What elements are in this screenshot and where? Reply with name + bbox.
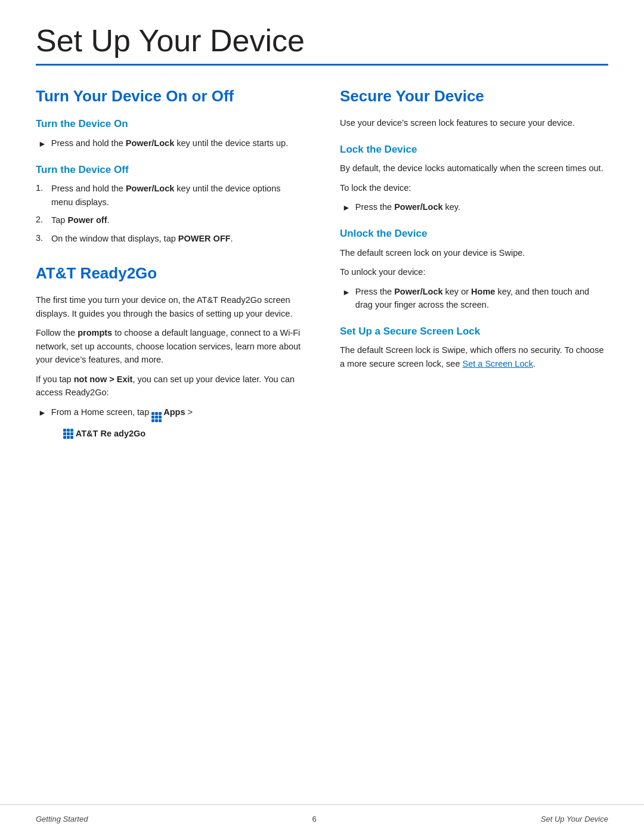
turn-off-steps: 1. Press and hold the Power/Lock key unt…: [36, 182, 304, 245]
att-ready2go-para1: The first time you turn your device on, …: [36, 293, 304, 320]
apps-grid-icon: [151, 412, 162, 422]
footer-right-text: Set Up Your Device: [541, 813, 608, 825]
section-heading-secure-device: Secure Your Device: [340, 87, 608, 106]
section-heading-att-ready2go: AT&T Ready2Go: [36, 264, 304, 283]
turn-off-step-2: 2. Tap Power off.: [36, 213, 304, 227]
secure-device-intro: Use your device’s screen lock features t…: [340, 116, 608, 129]
home-bold-unlock: Home: [471, 287, 495, 296]
att-ready2go-section: AT&T Ready2Go The first time you turn yo…: [36, 264, 304, 440]
turn-off-step-2-text: Tap Power off.: [51, 213, 110, 227]
turn-off-step-1: 1. Press and hold the Power/Lock key unt…: [36, 182, 304, 209]
turn-off-step-3: 3. On the window that displays, tap POWE…: [36, 232, 304, 245]
lock-device-bullet-text: Press the Power/Lock key.: [355, 200, 460, 213]
footer: Getting Started 6 Set Up Your Device: [0, 804, 644, 834]
unlock-device-para1: The default screen lock on your device i…: [340, 246, 608, 259]
att-ready2go-bullet: ► From a Home screen, tap: [36, 405, 304, 441]
att-ready2go-app-label: AT&T Re ady2Go: [76, 427, 145, 440]
unlock-device-para2: To unlock your device:: [340, 265, 608, 278]
power-off-bold: Power off: [67, 215, 107, 225]
set-a-screen-lock-link[interactable]: Set a Screen Lock: [463, 359, 534, 368]
subsection-heading-turn-on: Turn the Device On: [36, 116, 304, 132]
power-lock-bold-2: Power/Lock: [126, 184, 174, 193]
lock-device-bullet: ► Press the Power/Lock key.: [340, 200, 608, 214]
power-off-caps-bold: POWER OFF: [178, 234, 231, 243]
secure-screen-lock-para: The default Screen lock is Swipe, which …: [340, 343, 608, 370]
two-column-layout: Turn Your Device On or Off Turn the Devi…: [36, 87, 608, 445]
step-number-2: 2.: [36, 213, 47, 227]
bullet-arrow-icon-3: ►: [342, 202, 351, 214]
title-divider: [36, 64, 608, 66]
subsection-heading-lock-device: Lock the Device: [340, 142, 608, 157]
page-container: Set Up Your Device Turn Your Device On o…: [0, 0, 644, 833]
power-lock-bold-lock: Power/Lock: [394, 202, 442, 212]
turn-on-bullet: ► Press and hold the Power/Lock key unti…: [36, 137, 304, 150]
step-number-3: 3.: [36, 232, 47, 245]
footer-page-number: 6: [312, 813, 317, 825]
turn-off-step-1-text: Press and hold the Power/Lock key until …: [51, 182, 304, 209]
lock-device-para1: By default, the device locks automatical…: [340, 162, 608, 175]
subsection-heading-secure-screen-lock: Set Up a Secure Screen Lock: [340, 324, 608, 339]
power-lock-bold-unlock: Power/Lock: [394, 287, 442, 296]
not-now-bold: not now > Exit: [74, 374, 133, 384]
page-title: Set Up Your Device: [36, 24, 608, 58]
turn-off-step-3-text: On the window that displays, tap POWER O…: [51, 232, 233, 245]
bullet-arrow-icon: ►: [38, 138, 47, 150]
footer-left-text: Getting Started: [36, 813, 88, 825]
prompts-bold: prompts: [78, 328, 112, 337]
att-ready2go-para3: If you tap not now > Exit, you can set u…: [36, 373, 304, 400]
att-icon-grid-2: [63, 429, 73, 439]
subsection-heading-turn-off: Turn the Device Off: [36, 162, 304, 178]
subsection-heading-unlock-device: Unlock the Device: [340, 226, 608, 241]
att-ready2go-para2: Follow the prompts to choose a default l…: [36, 326, 304, 366]
section-heading-turn-device: Turn Your Device On or Off: [36, 87, 304, 106]
step-number-1: 1.: [36, 182, 47, 195]
lock-device-para2: To lock the device:: [340, 181, 608, 194]
att-ready2go-bullet-text: From a Home screen, tap: [51, 405, 193, 441]
bullet-arrow-icon-4: ►: [342, 286, 351, 299]
apps-label-bold: Apps: [163, 407, 185, 417]
turn-on-bullet-text: Press and hold the Power/Lock key until …: [51, 137, 288, 150]
unlock-device-bullet-text: Press the Power/Lock key or Home key, an…: [355, 285, 608, 312]
right-column: Secure Your Device Use your device’s scr…: [340, 87, 608, 445]
unlock-device-bullet: ► Press the Power/Lock key or Home key, …: [340, 285, 608, 312]
bullet-arrow-icon-2: ►: [38, 407, 47, 419]
power-lock-bold-1: Power/Lock: [126, 138, 174, 148]
main-content: Set Up Your Device Turn Your Device On o…: [0, 0, 644, 804]
left-column: Turn Your Device On or Off Turn the Devi…: [36, 87, 304, 445]
